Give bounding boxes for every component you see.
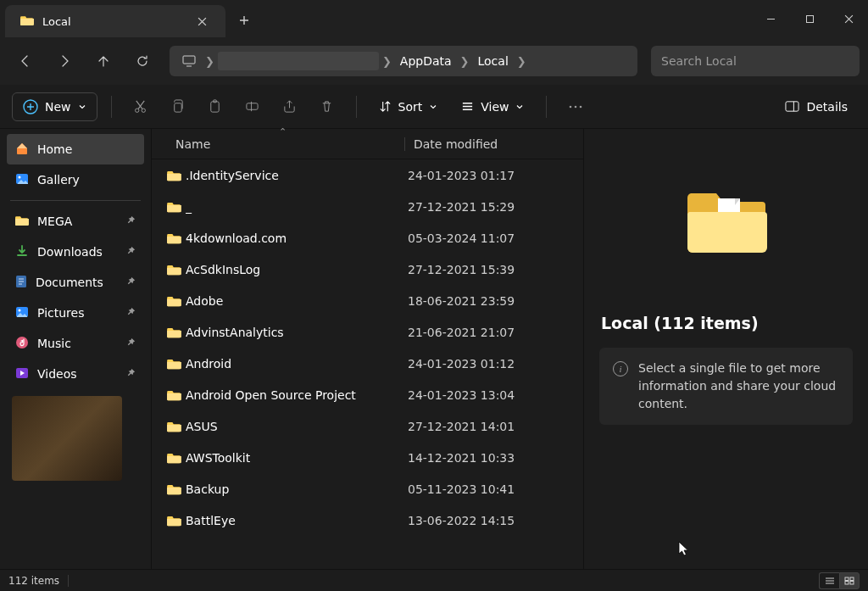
breadcrumb-redacted[interactable] — [218, 52, 379, 70]
tab-title: Local — [42, 15, 181, 28]
file-row[interactable]: Android Open Source Project24-01-2023 13… — [152, 379, 583, 410]
svg-rect-0 — [806, 15, 813, 22]
svg-rect-12 — [786, 102, 798, 111]
navigation-sidebar[interactable]: Home Gallery MEGADownloadsDocumentsPictu… — [0, 129, 151, 569]
window-controls — [751, 0, 868, 37]
tab-local[interactable]: Local — [5, 5, 225, 37]
up-button[interactable] — [86, 46, 120, 76]
file-date: 13-06-2022 14:15 — [404, 514, 583, 527]
svg-rect-21 — [845, 577, 849, 581]
download-icon — [15, 244, 29, 260]
view-details-toggle[interactable] — [819, 572, 839, 589]
file-row[interactable]: AdvinstAnalytics21-06-2021 21:07 — [152, 316, 583, 348]
sidebar-home[interactable]: Home — [7, 134, 144, 164]
column-date[interactable]: Date modified — [404, 137, 583, 151]
file-row[interactable]: AcSdkInsLog27-12-2021 15:39 — [152, 254, 583, 285]
tab-close-button[interactable] — [190, 9, 214, 33]
file-name: 4kdownload.com — [186, 231, 404, 245]
new-button[interactable]: New — [12, 92, 97, 121]
chevron-right-icon[interactable]: ❯ — [460, 55, 470, 68]
folder-icon — [167, 483, 186, 495]
home-icon — [15, 142, 29, 158]
back-button[interactable] — [8, 46, 42, 76]
svg-point-11 — [580, 105, 582, 108]
file-date: 24-01-2023 01:12 — [404, 357, 583, 371]
pictures-icon — [15, 306, 29, 321]
sidebar-item-downloads[interactable]: Downloads — [7, 237, 144, 267]
sidebar-divider — [10, 200, 141, 201]
svg-rect-22 — [850, 577, 854, 581]
sidebar-item-pictures[interactable]: Pictures — [7, 298, 144, 328]
sidebar-item-label: Music — [37, 337, 71, 350]
minimize-button[interactable] — [751, 0, 790, 37]
separator — [111, 96, 112, 118]
delete-button[interactable] — [312, 92, 342, 121]
share-button[interactable] — [275, 92, 305, 121]
file-list[interactable]: .IdentityService24-01-2023 01:17_27-12-2… — [152, 159, 583, 569]
file-row[interactable]: Backup05-11-2023 10:41 — [152, 473, 583, 505]
file-date: 24-01-2023 13:04 — [404, 388, 583, 402]
maximize-button[interactable] — [790, 0, 829, 37]
file-name: _ — [186, 200, 404, 214]
column-headers[interactable]: ⌃ Name Date modified — [152, 129, 583, 159]
sidebar-item-mega[interactable]: MEGA — [7, 206, 144, 237]
sidebar-item-music[interactable]: Music — [7, 328, 144, 359]
view-button[interactable]: View — [453, 92, 532, 121]
file-row[interactable]: _27-12-2021 15:29 — [152, 191, 583, 222]
refresh-button[interactable] — [125, 46, 159, 76]
svg-rect-1 — [183, 56, 195, 64]
sidebar-item-videos[interactable]: Videos — [7, 359, 144, 389]
rename-button[interactable] — [237, 92, 268, 121]
titlebar: Local — [0, 0, 868, 37]
sidebar-item-documents[interactable]: Documents — [7, 267, 144, 298]
folder-icon — [167, 358, 186, 370]
column-name[interactable]: Name — [170, 137, 404, 151]
file-date: 05-03-2024 11:07 — [404, 231, 583, 245]
sidebar-gallery[interactable]: Gallery — [7, 164, 144, 195]
file-row[interactable]: BattlEye13-06-2022 14:15 — [152, 505, 583, 536]
info-icon: i — [613, 361, 628, 376]
folder-icon — [167, 515, 186, 527]
status-item-count: 112 items — [8, 575, 59, 587]
folder-icon — [167, 264, 186, 276]
svg-rect-24 — [850, 581, 854, 584]
address-bar[interactable]: ❯ ❯ AppData ❯ Local ❯ — [170, 46, 637, 76]
view-label: View — [481, 100, 509, 114]
paste-button[interactable] — [200, 92, 231, 121]
sort-button[interactable]: Sort — [370, 92, 447, 121]
close-window-button[interactable] — [829, 0, 868, 37]
breadcrumb-appdata[interactable]: AppData — [395, 51, 457, 71]
chevron-right-icon[interactable]: ❯ — [382, 55, 392, 68]
sidebar-thumbnail[interactable] — [12, 396, 122, 481]
folder-preview-icon — [686, 187, 767, 253]
chevron-right-icon[interactable]: ❯ — [517, 55, 526, 68]
more-button[interactable] — [560, 92, 591, 121]
sort-label: Sort — [398, 100, 423, 114]
svg-rect-5 — [175, 103, 182, 112]
file-date: 21-06-2021 21:07 — [404, 326, 583, 339]
new-tab-button[interactable] — [232, 8, 256, 32]
file-name: ASUS — [186, 420, 404, 433]
file-row[interactable]: AWSToolkit14-12-2021 10:33 — [152, 442, 583, 473]
chevron-right-icon[interactable]: ❯ — [205, 55, 214, 68]
file-name: AdvinstAnalytics — [186, 326, 404, 339]
sidebar-home-label: Home — [37, 142, 72, 156]
file-row[interactable]: ASUS27-12-2021 14:01 — [152, 410, 583, 442]
file-row[interactable]: 4kdownload.com05-03-2024 11:07 — [152, 222, 583, 254]
forward-button[interactable] — [47, 46, 81, 76]
file-row[interactable]: Android24-01-2023 01:12 — [152, 348, 583, 379]
this-pc-icon[interactable] — [176, 55, 202, 67]
view-thumbnails-toggle[interactable] — [839, 572, 860, 589]
copy-button[interactable] — [163, 92, 193, 121]
pin-icon — [126, 337, 136, 349]
search-input[interactable]: Search Local — [651, 46, 860, 76]
search-placeholder: Search Local — [661, 54, 737, 68]
pin-icon — [126, 246, 136, 258]
file-row[interactable]: Adobe18-06-2021 23:59 — [152, 285, 583, 316]
cut-button[interactable] — [125, 92, 156, 121]
details-pane-toggle[interactable]: Details — [776, 92, 856, 121]
breadcrumb-local[interactable]: Local — [473, 51, 514, 71]
svg-rect-6 — [211, 102, 219, 112]
file-row[interactable]: .IdentityService24-01-2023 01:17 — [152, 159, 583, 191]
details-title: Local (112 items) — [599, 314, 759, 332]
